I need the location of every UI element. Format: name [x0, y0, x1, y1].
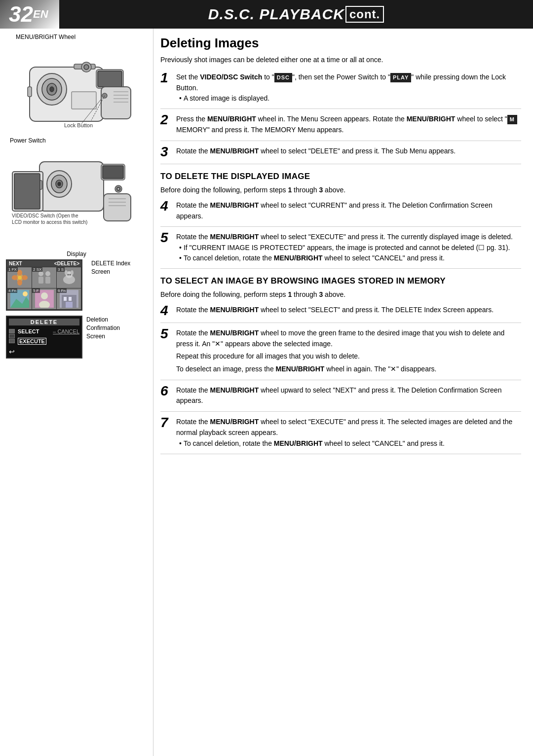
step-2-text: Press the MENU/BRIGHT wheel in. The Menu…	[176, 114, 521, 135]
step-4b: 4 Rotate the MENU/BRIGHT wheel to select…	[160, 305, 521, 323]
dis-cell-3: 3 S	[57, 267, 81, 288]
step-5b: 5 Rotate the MENU/BRIGHT wheel to move t…	[160, 328, 521, 380]
step-7-bullet: To cancel deletion, rotate the MENU/BRIG…	[184, 438, 521, 449]
svg-point-57	[69, 274, 71, 276]
step-5b-num: 5	[160, 327, 176, 341]
step-6-num: 6	[160, 384, 176, 398]
step-5a-num: 5	[160, 231, 176, 245]
svg-point-56	[67, 274, 69, 276]
camera-bottom-svg: VIDEO/DSC Switch (Open the LCD monitor t…	[10, 147, 143, 246]
step-5a-bullet1: If "CURRENT IMAGE IS PROTECTED" appears,…	[184, 243, 521, 253]
dis-next: NEXT	[9, 261, 22, 266]
step-6-text: Rotate the MENU/BRIGHT wheel upward to s…	[176, 385, 521, 406]
step-1-num: 1	[160, 71, 176, 85]
svg-point-50	[45, 271, 50, 276]
dc-icons	[9, 329, 15, 343]
dc-content: SELECT – CANCEL EXECUTE	[9, 327, 79, 345]
svg-point-55	[71, 270, 74, 275]
dis-cell-6: 6 Fn	[57, 288, 81, 309]
dis-header: NEXT <DELETE>	[7, 260, 81, 267]
step-4a-text: Rotate the MENU/BRIGHT wheel to select "…	[176, 200, 521, 221]
step-5b-extra1: Repeat this procedure for all images tha…	[176, 351, 521, 362]
svg-rect-66	[64, 297, 67, 301]
page-suffix-text: EN	[33, 8, 48, 21]
step-6: 6 Rotate the MENU/BRIGHT wheel upward to…	[160, 385, 521, 412]
subsection2-intro: Before doing the following, perform step…	[160, 289, 521, 300]
subsection1-intro: Before doing the following, perform step…	[160, 185, 521, 195]
deletion-confirm-label: Deletion Confirmation Screen	[86, 316, 131, 340]
svg-rect-49	[38, 277, 43, 284]
deletion-confirm-row: DELETE SELECT	[6, 316, 147, 359]
display-label: Display	[6, 251, 147, 257]
dc-options: – CANCEL	[53, 328, 79, 334]
step-5a: 5 Rotate the MENU/BRIGHT wheel to select…	[160, 232, 521, 269]
svg-point-62	[41, 292, 48, 299]
dis-cell-2: 2 SX	[32, 267, 56, 288]
dc-center: SELECT – CANCEL EXECUTE	[18, 327, 79, 345]
subsection1-title: To Delete the Displayed Image	[160, 171, 521, 182]
subsection2-title: To Select an Image by Browsing Images St…	[160, 276, 521, 287]
svg-rect-67	[69, 297, 72, 301]
svg-text:Lock Button: Lock Button	[64, 122, 93, 128]
step-4a-num: 4	[160, 199, 176, 213]
svg-rect-10	[72, 92, 96, 109]
svg-point-4	[50, 87, 54, 92]
step-7-text: Rotate the MENU/BRIGHT wheel to select "…	[176, 417, 521, 448]
step-4a: 4 Rotate the MENU/BRIGHT wheel to select…	[160, 200, 521, 227]
svg-point-43	[17, 270, 22, 276]
dc-cancel: – CANCEL	[53, 328, 79, 334]
delete-index-screen: NEXT <DELETE> 1 FX	[6, 259, 82, 311]
step-3-num: 3	[160, 145, 176, 159]
svg-point-46	[22, 275, 28, 280]
dis-cell-4: 4 Fn	[7, 288, 32, 309]
svg-rect-36	[104, 194, 131, 221]
svg-point-48	[38, 271, 43, 276]
svg-rect-51	[45, 277, 50, 284]
step-5a-bullet2: To cancel deletion, rotate the MENU/BRIG…	[184, 253, 521, 263]
dc-arrow: ↩	[9, 348, 79, 356]
step-7: 7 Rotate the MENU/BRIGHT wheel to select…	[160, 417, 521, 454]
svg-text:LCD monitor to access this swi: LCD monitor to access this switch)	[12, 219, 87, 225]
step-3-text: Rotate the MENU/BRIGHT wheel to select "…	[176, 146, 521, 157]
svg-rect-31	[14, 174, 40, 209]
power-switch-label: Power Switch	[6, 137, 147, 144]
deletion-confirm-screen-wrap: DELETE SELECT	[6, 316, 82, 359]
svg-point-26	[58, 182, 61, 186]
step-5b-extra2: To deselect an image, press the MENU/BRI…	[176, 364, 521, 375]
step-1: 1 Set the VIDEO/DSC Switch to "DSC", the…	[160, 72, 521, 109]
dc-execute: EXECUTE	[18, 338, 46, 345]
svg-point-45	[12, 275, 18, 280]
step-7-num: 7	[160, 416, 176, 430]
dis-cell-5: 5 F	[32, 288, 56, 309]
dc-select-row: SELECT – CANCEL	[18, 328, 79, 334]
step-3: 3 Rotate the MENU/BRIGHT wheel to select…	[160, 146, 521, 164]
svg-rect-28	[103, 166, 123, 179]
step-2-num: 2	[160, 113, 176, 127]
dc-title: DELETE	[9, 319, 79, 325]
delete-index-label: DELETE Index Screen	[87, 259, 147, 276]
section-title: Deleting Images	[160, 36, 521, 51]
step-5b-text: Rotate the MENU/BRIGHT wheel to move the…	[176, 328, 521, 375]
title-dsc: D.S.C. PLAYBACK	[208, 6, 344, 23]
title-cont: cont.	[345, 6, 384, 23]
delete-index-screen-label: DELETE Index Screen	[91, 259, 147, 276]
svg-point-60	[23, 291, 28, 296]
svg-point-33	[117, 187, 120, 190]
step-5a-text: Rotate the MENU/BRIGHT wheel to select "…	[176, 232, 521, 263]
svg-rect-12	[28, 87, 32, 97]
left-column: MENU/BRIGHT Wheel	[0, 29, 153, 756]
dc-execute-row: EXECUTE	[18, 336, 79, 345]
svg-point-54	[65, 270, 68, 275]
dis-delete: <DELETE>	[54, 261, 79, 266]
dc-select-label: SELECT	[18, 328, 39, 334]
right-column: Deleting Images Previously shot images c…	[153, 29, 533, 756]
svg-point-47	[18, 276, 22, 280]
svg-rect-6	[98, 71, 122, 87]
dis-cell-1: 1 FX	[7, 267, 32, 288]
bottom-camera-diagram: VIDEO/DSC Switch (Open the LCD monitor t…	[6, 147, 147, 246]
main-content: MENU/BRIGHT Wheel	[0, 29, 533, 756]
step-2: 2 Press the MENU/BRIGHT wheel in. The Me…	[160, 114, 521, 141]
step-4b-text: Rotate the MENU/BRIGHT wheel to select "…	[176, 305, 521, 316]
step-1-text: Set the VIDEO/DSC Switch to "DSC", then …	[176, 72, 521, 104]
camera-top-svg: Lock Button	[10, 42, 143, 136]
